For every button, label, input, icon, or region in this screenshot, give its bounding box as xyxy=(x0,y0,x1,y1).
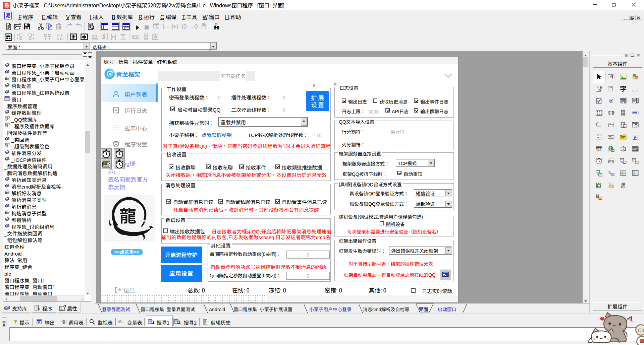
svg-text:{}→: {}→ xyxy=(162,23,169,29)
svg-text:易: 易 xyxy=(6,12,11,19)
svg-text:ZIP: ZIP xyxy=(103,162,106,165)
svg-text:?: ? xyxy=(14,319,17,325)
svg-text:ODBC: ODBC xyxy=(599,198,602,201)
svg-text:88: 88 xyxy=(622,182,625,186)
svg-text:龍: 龍 xyxy=(119,203,136,227)
svg-text:字: 字 xyxy=(620,85,627,92)
svg-text:→{}: →{} xyxy=(190,23,198,29)
svg-text:A: A xyxy=(610,73,613,79)
svg-text:{+}: {+} xyxy=(171,23,178,29)
svg-text:DIF: DIF xyxy=(621,135,625,139)
svg-text:1: 1 xyxy=(624,124,626,128)
svg-text:CN: CN xyxy=(609,85,612,89)
svg-text:{(}: {(} xyxy=(181,23,187,29)
svg-text:易: 易 xyxy=(4,2,9,8)
